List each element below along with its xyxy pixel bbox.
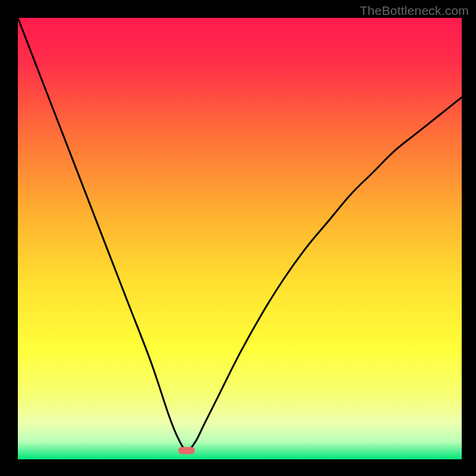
plot-background	[18, 18, 462, 459]
bottleneck-chart: TheBottleneck.com	[0, 0, 476, 476]
minimum-marker	[178, 447, 195, 454]
chart-svg	[0, 0, 476, 476]
watermark-text: TheBottleneck.com	[360, 4, 469, 18]
